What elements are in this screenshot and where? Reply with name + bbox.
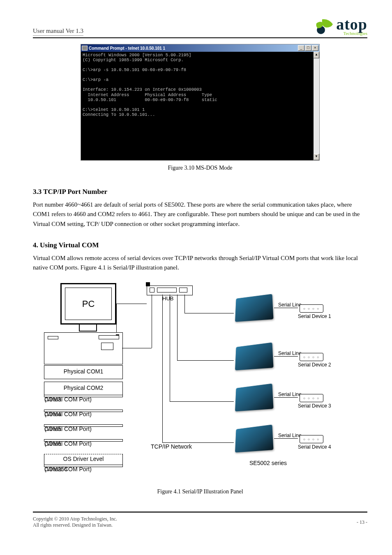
figure-4-1-caption: Figure 4.1 Serial/IP Illustration Panel (33, 488, 367, 495)
serial-line-1-label: Serial Line (278, 302, 302, 308)
hub-box (147, 286, 193, 295)
com6-box: COM6 (Virtual COM Port) (44, 439, 123, 442)
se5002-series-label: SE5002 series (249, 460, 287, 466)
com5-box: COM5 (Virtual COM Port) (44, 424, 123, 427)
pc-label: PC (82, 299, 95, 309)
serial-line-3-label: Serial Line (278, 391, 302, 397)
header-manual-version: User manual Ver 1.3 (33, 28, 83, 36)
com3-box: COM3 (Virtual COM Port) (44, 395, 123, 397)
com256-box: COM256 (Virtual COM Port) (44, 465, 123, 467)
scroll-up-button[interactable]: ▲ (314, 52, 319, 58)
cmd-title: Command Prompt - telnet 10.0.50.101 1 (89, 46, 165, 51)
section-3-3-heading: 3.3 TCP/IP Port Number (33, 188, 367, 196)
section-3-3-body: Port number 4660~4661 are default of ser… (33, 200, 367, 229)
com4-box: COM4 (Virtual COM Port) (44, 410, 123, 412)
window-controls: _ □ × (298, 45, 318, 51)
page-number: - 13 - (357, 519, 367, 525)
footer-divider (33, 511, 367, 513)
hub-label: HUB (162, 295, 173, 302)
pc-stand-icon (79, 323, 97, 332)
serial-device-1-label: Serial Device 1 (298, 313, 331, 319)
brand-logo: atop Technologies (315, 16, 367, 36)
serial-connector-3-icon (300, 394, 323, 402)
physical-com1-box: Physical COM1 (44, 365, 123, 379)
pc-base-icon (44, 332, 123, 364)
tcpip-label: TCP/IP Network (151, 443, 192, 450)
se5002-device-1-icon (235, 294, 274, 322)
serial-device-4-label: Serial Device 4 (298, 444, 331, 450)
scroll-track[interactable] (314, 58, 319, 154)
com256-sub: (Virtual COM Port) (44, 466, 92, 473)
terminal-output[interactable]: Microsoft Windows 2000 [Version 5.00.219… (81, 52, 314, 160)
os-driver-box: OS Driver Level (44, 454, 123, 465)
com3-sub: (Virtual COM Port) (44, 396, 92, 403)
section-4-body: Virtual COM allows remote access of seri… (33, 253, 367, 273)
section-4-heading: 4. Using Virtual COM (33, 241, 367, 249)
footer-rights: All rights reserved. Designed in Taiwan. (33, 522, 117, 528)
com4-sub: (Virtual COM Port) (44, 411, 92, 418)
se5002-device-2-icon (235, 343, 274, 371)
page-footer: Copyright © 2010 Atop Technologies, Inc.… (33, 516, 367, 528)
com5-sub: (Virtual COM Port) (44, 426, 92, 433)
logo-text-main: atop (336, 16, 367, 32)
cmd-titlebar: Command Prompt - telnet 10.0.50.101 1 _ … (81, 44, 319, 52)
com6-sub: (Virtual COM Port) (44, 440, 92, 447)
scrollbar[interactable]: ▲ ▼ (314, 52, 319, 160)
serial-connector-4-icon (300, 435, 323, 443)
command-prompt-window: Command Prompt - telnet 10.0.50.101 1 _ … (81, 44, 320, 161)
page-header: User manual Ver 1.3 atop Technologies (33, 16, 367, 38)
pc-monitor-icon: PC (60, 283, 116, 325)
maximize-button[interactable]: □ (305, 45, 311, 51)
se5002-device-4-icon (235, 425, 274, 453)
cmd-app-icon (82, 46, 88, 51)
serial-ip-diagram: PC Physical COM1 Physical COM2 COM3 (Vir… (44, 279, 356, 480)
close-button[interactable]: × (312, 45, 318, 51)
serial-line-2-label: Serial Line (278, 350, 302, 356)
hub-power-icon (146, 282, 150, 286)
serial-connector-1-icon (300, 304, 323, 313)
scroll-down-button[interactable]: ▼ (314, 154, 319, 160)
minimize-button[interactable]: _ (298, 45, 304, 51)
physical-com2-box: Physical COM2 (44, 382, 123, 396)
serial-device-2-label: Serial Device 2 (298, 362, 331, 368)
logo-text-sub: Technologies (344, 31, 368, 36)
serial-line-4-label: Serial Line (278, 433, 302, 438)
serial-connector-2-icon (300, 353, 323, 361)
figure-3-10-caption: Figure 3.10 MS-DOS Mode (33, 165, 367, 171)
footer-copyright: Copyright © 2010 Atop Technologies, Inc. (33, 516, 117, 522)
atop-logo-icon (315, 18, 334, 35)
serial-device-3-label: Serial Device 3 (298, 403, 331, 409)
se5002-device-3-icon (235, 384, 274, 412)
